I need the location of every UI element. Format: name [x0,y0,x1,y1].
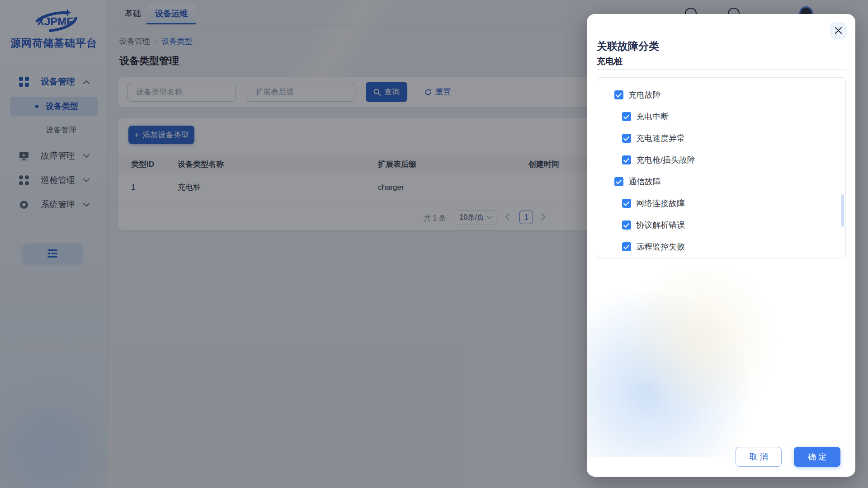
tree-item-network-connection-fault[interactable]: 网络连接故障 [597,192,845,214]
tree-item-label: 充电速度异常 [636,133,685,144]
checkbox-checked[interactable] [622,242,631,251]
modal-title: 关联故障分类 [597,39,659,53]
tree-item-label: 充电故障 [628,89,661,100]
tree-item-gun-plug-fault[interactable]: 充电枪/插头故障 [597,149,845,171]
decorative-blob [614,267,786,412]
tree-item-label: 协议解析错误 [636,220,685,230]
tree-item-charging-speed-abnormal[interactable]: 充电速度异常 [597,127,845,149]
tree-item-label: 通信故障 [628,176,661,187]
modal-footer: 取 消 确 定 [587,447,855,467]
checkbox-checked[interactable] [622,155,631,164]
checkbox-checked[interactable] [622,134,631,143]
modal-subtitle: 充电桩 [597,56,623,67]
tree-item-charging-interrupt[interactable]: 充电中断 [597,106,845,127]
checkbox-checked[interactable] [622,199,631,208]
tree-item-remote-monitor-failure[interactable]: 远程监控失败 [597,236,845,258]
checkbox-checked[interactable] [614,177,623,186]
cancel-button[interactable]: 取 消 [736,447,782,467]
tree-item-communication-fault[interactable]: 通信故障 [597,171,845,192]
tree-item-label: 远程监控失败 [636,241,685,252]
close-icon [835,27,842,34]
fault-tree-panel: 充电故障 充电中断 充电速度异常 充电枪/插头故障 通信故障 网络连接故障 [597,77,846,258]
fault-category-modal: 关联故障分类 充电桩 充电故障 充电中断 充电速度异常 充电枪/插头故 [587,14,855,477]
divider [597,69,846,70]
tree-item-label: 网络连接故障 [636,198,685,209]
tree-item-protocol-parse-error[interactable]: 协议解析错误 [597,214,845,236]
scrollbar-thumb[interactable] [841,194,844,227]
tree-item-label: 充电中断 [636,111,669,122]
modal-close-button[interactable] [830,22,847,39]
checkbox-checked[interactable] [614,90,623,99]
checkbox-checked[interactable] [622,112,631,121]
tree-item-charging-fault[interactable]: 充电故障 [597,84,845,106]
tree-item-label: 充电枪/插头故障 [636,155,695,165]
confirm-button[interactable]: 确 定 [794,447,840,467]
app-window: XJPMF 源网荷储基础平台 设备管理 设备类型 设备管理 [0,0,868,488]
checkbox-checked[interactable] [622,221,631,230]
